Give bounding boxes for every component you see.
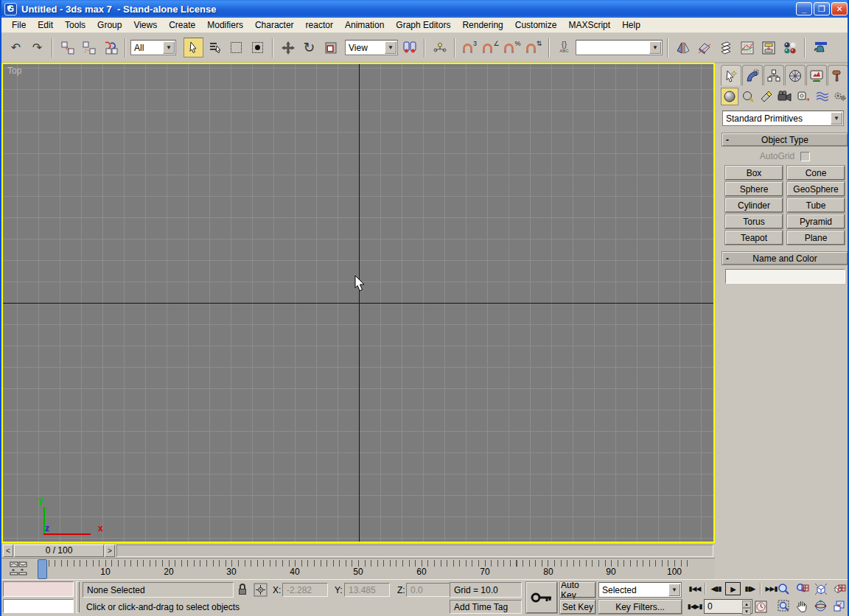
select-and-scale-icon[interactable]	[321, 38, 340, 57]
percent-snap-icon[interactable]: %	[503, 38, 523, 57]
auto-key-button[interactable]: Auto Key	[560, 582, 595, 598]
menu-views[interactable]: Views	[127, 18, 163, 32]
chevron-down-icon[interactable]: ▼	[385, 41, 396, 54]
unlink-selection-icon[interactable]	[79, 38, 99, 57]
pan-icon[interactable]	[795, 599, 809, 613]
sphere-button[interactable]: Sphere	[725, 182, 783, 196]
menu-maxscript[interactable]: MAXScript	[562, 18, 616, 32]
key-mode-dropdown[interactable]: Selected ▼	[598, 582, 682, 598]
undo-icon[interactable]: ↶	[6, 38, 26, 57]
minimize-button[interactable]: _	[796, 2, 812, 15]
key-mode-toggle-button[interactable]: ▮◀▶▮	[687, 600, 702, 613]
primitive-category-dropdown[interactable]: Standard Primitives ▼	[722, 111, 844, 126]
category-spacewarps-icon[interactable]	[813, 88, 831, 105]
schematic-view-icon[interactable]	[758, 38, 778, 57]
maxscript-listener-pane[interactable]	[3, 599, 74, 613]
reference-coordinate-dropdown[interactable]: View ▼	[345, 40, 398, 55]
teapot-button[interactable]: Teapot	[725, 231, 783, 245]
key-filters-button[interactable]: Key Filters...	[598, 600, 682, 614]
menu-create[interactable]: Create	[163, 18, 201, 32]
chevron-down-icon[interactable]: ▼	[831, 112, 842, 125]
arc-rotate-icon[interactable]	[814, 599, 828, 613]
current-frame-marker[interactable]	[38, 559, 47, 579]
tab-utilities[interactable]	[828, 65, 848, 85]
track-bar-ruler[interactable]: 0 10 20 30 40 50 60 70 80 90 100	[35, 559, 699, 580]
min-max-toggle-icon[interactable]	[832, 599, 846, 613]
render-setup-icon[interactable]	[810, 38, 830, 57]
plane-button[interactable]: Plane	[787, 231, 845, 245]
tube-button[interactable]: Tube	[787, 198, 845, 212]
menu-modifiers[interactable]: Modifiers	[201, 18, 249, 32]
select-and-manipulate-icon[interactable]	[430, 38, 450, 57]
torus-button[interactable]: Torus	[725, 214, 783, 228]
select-by-name-icon[interactable]	[205, 38, 225, 57]
named-selection-sets-icon[interactable]: {}ABC	[554, 38, 574, 57]
object-name-input[interactable]	[725, 269, 845, 284]
absolute-offset-toggle-icon[interactable]	[254, 583, 268, 597]
align-icon[interactable]	[694, 38, 714, 57]
menu-edit[interactable]: Edit	[32, 18, 59, 32]
go-to-start-button[interactable]: ▮◀◀	[687, 582, 702, 595]
zoom-extents-icon[interactable]	[814, 582, 828, 596]
add-time-tag-field[interactable]: Add Time Tag	[450, 600, 522, 614]
menu-reactor[interactable]: reactor	[300, 18, 339, 32]
chevron-down-icon[interactable]: ▼	[163, 41, 175, 54]
category-cameras-icon[interactable]	[776, 88, 794, 105]
select-and-link-icon[interactable]	[57, 38, 77, 57]
chevron-down-icon[interactable]: ▼	[668, 584, 680, 596]
category-geometry-icon[interactable]	[721, 88, 738, 105]
tab-hierarchy[interactable]	[764, 65, 784, 85]
next-frame-arrow[interactable]: >	[105, 545, 115, 557]
redo-icon[interactable]: ↷	[27, 38, 47, 57]
box-button[interactable]: Box	[725, 166, 783, 180]
listener-splitter[interactable]	[76, 581, 80, 613]
menu-group[interactable]: Group	[91, 18, 127, 32]
close-button[interactable]: ✕	[831, 2, 848, 15]
menu-tools[interactable]: Tools	[59, 18, 91, 32]
current-frame-field[interactable]: 0 ▲▼	[704, 599, 752, 614]
category-shapes-icon[interactable]	[739, 88, 757, 105]
menu-help[interactable]: Help	[616, 18, 646, 32]
menu-rendering[interactable]: Rendering	[456, 18, 509, 32]
viewport-label[interactable]: Top	[7, 66, 21, 76]
pyramid-button[interactable]: Pyramid	[787, 214, 845, 228]
material-editor-icon[interactable]	[780, 38, 800, 57]
geosphere-button[interactable]: GeoSphere	[787, 182, 845, 196]
zoom-all-icon[interactable]	[795, 582, 809, 596]
set-keys-button[interactable]	[526, 582, 557, 613]
name-color-rollout-header[interactable]: - Name and Color	[722, 252, 848, 265]
category-lights-icon[interactable]	[758, 88, 775, 105]
menu-character[interactable]: Character	[249, 18, 300, 32]
top-viewport[interactable]: Top y z x	[1, 63, 715, 543]
menu-graph-editors[interactable]: Graph Editors	[390, 18, 456, 32]
previous-frame-button[interactable]: ◀▮▮	[708, 582, 724, 595]
play-button[interactable]: ▶	[725, 582, 741, 595]
collapse-icon[interactable]: -	[726, 253, 729, 264]
curve-editor-icon[interactable]	[737, 38, 757, 57]
zoom-icon[interactable]	[777, 582, 791, 596]
menu-customize[interactable]: Customize	[509, 18, 563, 32]
rectangular-selection-region-icon[interactable]	[226, 38, 246, 57]
frame-spinner[interactable]: ▲▼	[742, 601, 751, 612]
cylinder-button[interactable]: Cylinder	[725, 198, 783, 212]
collapse-icon[interactable]: -	[726, 135, 729, 145]
time-slider-track[interactable]	[116, 545, 713, 557]
tab-display[interactable]	[806, 65, 827, 85]
category-systems-icon[interactable]	[831, 88, 849, 105]
use-pivot-point-icon[interactable]	[399, 38, 419, 57]
mini-curve-editor-button[interactable]	[6, 561, 31, 577]
time-slider-handle[interactable]: 0 / 100	[14, 545, 104, 557]
chevron-down-icon[interactable]: ▼	[649, 41, 661, 54]
prev-frame-arrow[interactable]: <	[3, 545, 13, 557]
cone-button[interactable]: Cone	[787, 166, 845, 180]
next-frame-button[interactable]: ▮▮▶	[742, 582, 758, 595]
time-configuration-icon[interactable]	[754, 600, 768, 614]
snaps-toggle-icon[interactable]: 3	[460, 38, 480, 57]
menu-animation[interactable]: Animation	[339, 18, 390, 32]
select-and-rotate-icon[interactable]: ↻	[299, 38, 319, 57]
layer-manager-icon[interactable]	[716, 38, 736, 57]
tab-motion[interactable]	[785, 65, 806, 85]
named-selection-dropdown[interactable]: ▼	[576, 40, 663, 55]
restore-button[interactable]: ❐	[814, 2, 830, 15]
region-zoom-icon[interactable]	[777, 599, 791, 613]
